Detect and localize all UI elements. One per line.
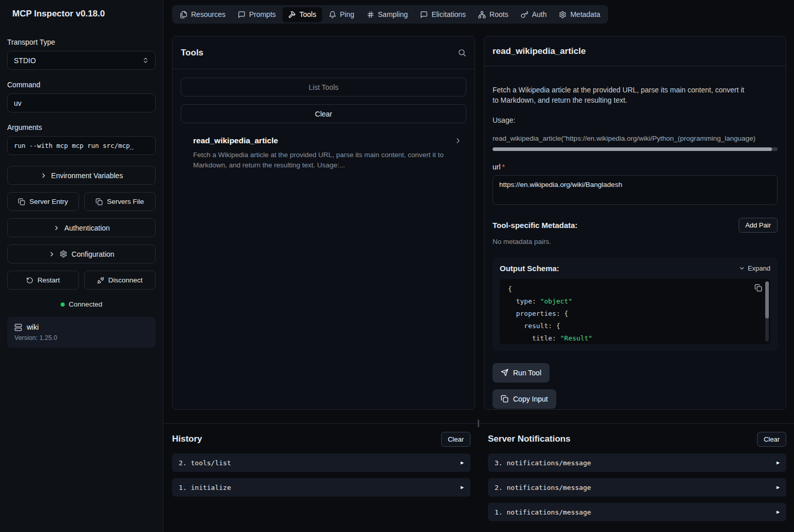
tab-label: Sampling <box>378 10 408 18</box>
notification-item-label: 3. notifications/message <box>495 459 591 467</box>
tools-panel-body: List Tools Clear read_wikipedia_article … <box>173 69 475 181</box>
restart-icon <box>26 277 33 284</box>
copy-icon <box>18 198 25 205</box>
tab-prompts[interactable]: Prompts <box>232 7 281 22</box>
disconnect-label: Disconnect <box>108 276 143 284</box>
expand-schema-button[interactable]: Expand <box>739 264 770 272</box>
clear-history-button[interactable]: Clear <box>441 432 470 447</box>
tab-metadata[interactable]: Metadata <box>553 7 606 22</box>
command-input[interactable] <box>7 93 156 112</box>
tab-elicitations[interactable]: Elicitations <box>414 7 471 22</box>
tool-detail-panel: read_wikipedia_article Fetch a Wikipedia… <box>484 36 786 410</box>
authentication-button[interactable]: Authentication <box>7 218 156 237</box>
history-rows: 2. tools/list ▶ 1. initialize ▶ <box>172 453 470 497</box>
usage-label: Usage: <box>493 116 778 124</box>
server-icon <box>14 324 22 331</box>
disconnect-button[interactable]: Disconnect <box>84 271 156 290</box>
connected-dot-icon <box>61 302 65 307</box>
expand-play-icon[interactable]: ▶ <box>777 509 780 515</box>
network-icon <box>478 11 486 18</box>
metadata-empty-text: No metadata pairs. <box>493 238 778 245</box>
tab-label: Metadata <box>570 10 600 18</box>
hash-icon <box>367 11 374 18</box>
environment-variables-label: Environment Variables <box>51 172 123 180</box>
connection-status: Connected <box>7 300 156 308</box>
tab-ping[interactable]: Ping <box>323 7 360 22</box>
output-schema-box: Output Schema: Expand { type: "object" p… <box>493 258 778 351</box>
output-schema-code-block: { type: "object" properties: { result: {… <box>500 279 770 344</box>
detail-panel-body: Fetch a Wikipedia article at the provide… <box>484 66 786 417</box>
server-card: wiki Version: 1.25.0 <box>7 317 156 348</box>
tool-item-head: read_wikipedia_article <box>193 136 462 145</box>
expand-play-icon[interactable]: ▶ <box>777 460 780 465</box>
send-icon <box>501 369 508 376</box>
list-tools-button[interactable]: List Tools <box>181 78 466 97</box>
notification-item[interactable]: 1. notifications/message ▶ <box>488 503 786 521</box>
panel-splitter-handle[interactable] <box>478 420 479 427</box>
transport-type-select[interactable]: STDIO <box>7 51 156 70</box>
tools-panel-title: Tools <box>181 48 203 58</box>
servers-file-button[interactable]: Servers File <box>84 192 156 211</box>
restart-label: Restart <box>37 276 60 284</box>
metadata-row: Tool-specific Metadata: Add Pair <box>493 218 778 233</box>
arguments-label: Arguments <box>7 123 156 131</box>
tab-label: Resources <box>191 10 225 18</box>
transport-type-label: Transport Type <box>7 38 156 46</box>
configuration-button[interactable]: Configuration <box>7 244 156 263</box>
expand-play-icon[interactable]: ▶ <box>461 485 464 490</box>
environment-variables-button[interactable]: Environment Variables <box>7 166 156 185</box>
copy-schema-icon[interactable] <box>754 284 762 292</box>
history-item[interactable]: 1. initialize ▶ <box>172 478 470 497</box>
tab-label: Elicitations <box>431 10 466 18</box>
server-version: Version: 1.25.0 <box>14 334 148 341</box>
arguments-input[interactable] <box>7 136 156 155</box>
tab-roots[interactable]: Roots <box>472 7 514 22</box>
server-entry-button[interactable]: Server Entry <box>7 192 79 211</box>
copy-icon <box>501 395 508 403</box>
expand-play-icon[interactable]: ▶ <box>777 485 780 490</box>
tool-name: read_wikipedia_article <box>193 136 278 145</box>
tab-label: Roots <box>489 10 508 18</box>
url-label-text: url <box>493 163 501 171</box>
transport-type-value: STDIO <box>14 56 36 65</box>
tools-panel-header: Tools <box>173 36 475 69</box>
add-pair-button[interactable]: Add Pair <box>739 218 778 233</box>
tab-tools[interactable]: Tools <box>282 7 322 22</box>
output-schema-code: { type: "object" properties: { result: {… <box>508 283 756 344</box>
top-nav: Resources Prompts Tools Ping Sampling El… <box>172 5 608 24</box>
search-icon[interactable] <box>458 48 466 57</box>
scrollbar-thumb[interactable] <box>765 281 769 319</box>
tab-resources[interactable]: Resources <box>174 7 231 22</box>
chevron-right-icon <box>48 251 55 258</box>
tab-sampling[interactable]: Sampling <box>361 7 413 22</box>
notification-item[interactable]: 2. notifications/message ▶ <box>488 478 786 497</box>
clear-tools-button[interactable]: Clear <box>181 104 466 123</box>
run-tool-button[interactable]: Run Tool <box>493 363 550 383</box>
tool-list-item[interactable]: read_wikipedia_article Fetch a Wikipedia… <box>181 134 466 173</box>
url-input[interactable]: https://en.wikipedia.org/wiki/Bangladesh <box>493 175 778 205</box>
tab-auth[interactable]: Auth <box>515 7 553 22</box>
tool-description: Fetch a Wikipedia article at the provide… <box>193 150 462 171</box>
history-item-label: 1. initialize <box>179 484 231 491</box>
chevron-right-icon <box>53 224 60 232</box>
configuration-label: Configuration <box>71 250 114 258</box>
copy-input-button[interactable]: Copy Input <box>493 389 556 409</box>
history-item[interactable]: 2. tools/list ▶ <box>172 453 470 472</box>
copy-icon <box>96 198 103 205</box>
server-name-row: wiki <box>14 323 148 331</box>
tool-detail-description: Fetch a Wikipedia article at the provide… <box>493 85 749 106</box>
restart-button[interactable]: Restart <box>7 271 79 290</box>
schema-vertical-scrollbar[interactable] <box>765 281 769 341</box>
server-entry-label: Server Entry <box>29 198 68 205</box>
authentication-label: Authentication <box>64 224 110 232</box>
usage-code: read_wikipedia_article("https://en.wikip… <box>493 135 778 142</box>
sidebar: MCP Inspector v0.18.0 Transport Type STD… <box>0 0 163 532</box>
server-notifications-section: Server Notifications Clear 3. notificati… <box>488 431 786 521</box>
output-schema-header: Output Schema: Expand <box>500 264 770 273</box>
connection-status-label: Connected <box>69 300 102 308</box>
clear-notifications-button[interactable]: Clear <box>757 432 786 447</box>
scrollbar-thumb[interactable] <box>493 147 772 151</box>
expand-play-icon[interactable]: ▶ <box>461 460 464 465</box>
usage-horizontal-scrollbar[interactable] <box>493 147 778 151</box>
notification-item[interactable]: 3. notifications/message ▶ <box>488 453 786 472</box>
